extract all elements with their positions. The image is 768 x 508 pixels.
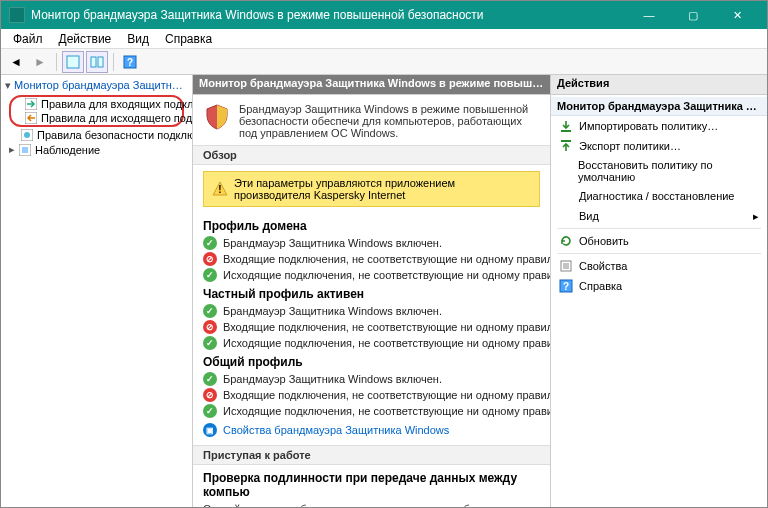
inbound-icon bbox=[25, 98, 37, 110]
minimize-button[interactable]: — bbox=[627, 1, 671, 29]
action-properties[interactable]: Свойства bbox=[551, 256, 767, 276]
tree-outbound-label: Правила для исходящего подключения bbox=[41, 112, 193, 124]
action-import-policy[interactable]: Импортировать политику… bbox=[551, 116, 767, 136]
help-icon: ? bbox=[559, 279, 573, 293]
check-icon: ✓ bbox=[203, 268, 217, 282]
tree-root[interactable]: Монитор брандмауэра Защитника Windows в bbox=[3, 77, 190, 94]
forward-button[interactable]: ► bbox=[29, 51, 51, 73]
block-icon: ⊘ bbox=[203, 320, 217, 334]
link-icon: ▣ bbox=[203, 423, 217, 437]
svg-rect-12 bbox=[561, 130, 571, 132]
tree-monitor-label: Наблюдение bbox=[35, 144, 100, 156]
close-button[interactable]: ✕ bbox=[715, 1, 759, 29]
banner-text: Эти параметры управляются приложением пр… bbox=[234, 177, 531, 201]
center-panel: Монитор брандмауэра Защитника Windows в … bbox=[193, 75, 551, 507]
svg-rect-10 bbox=[22, 147, 28, 153]
window-title: Монитор брандмауэра Защитника Windows в … bbox=[31, 8, 627, 22]
tree-panel: Монитор брандмауэра Защитника Windows в … bbox=[1, 75, 193, 507]
check-icon: ✓ bbox=[203, 236, 217, 250]
auth-paragraph: Создайте правила безопасности подключени… bbox=[193, 501, 550, 507]
tree-inbound-rules[interactable]: Правила для входящих подключений bbox=[13, 97, 180, 111]
public-profile-heading: Общий профиль bbox=[193, 351, 550, 371]
menu-help[interactable]: Справка bbox=[157, 30, 220, 48]
tree-inbound-label: Правила для входящих подключений bbox=[41, 98, 193, 110]
menu-bar: Файл Действие Вид Справка bbox=[1, 29, 767, 49]
check-icon: ✓ bbox=[203, 336, 217, 350]
svg-rect-2 bbox=[98, 57, 103, 67]
center-header: Монитор брандмауэра Защитника Windows в … bbox=[193, 75, 550, 95]
action-restore-default[interactable]: Восстановить политику по умолчанию bbox=[551, 156, 767, 186]
tree-connection-security[interactable]: Правила безопасности подключений bbox=[3, 128, 190, 142]
svg-rect-0 bbox=[67, 56, 79, 68]
toolbar-btn-1[interactable] bbox=[62, 51, 84, 73]
svg-text:!: ! bbox=[218, 184, 221, 195]
import-icon bbox=[559, 119, 573, 133]
window-titlebar: Монитор брандмауэра Защитника Windows в … bbox=[1, 1, 767, 29]
toolbar-btn-2[interactable] bbox=[86, 51, 108, 73]
domain-profile-heading: Профиль домена bbox=[193, 215, 550, 235]
toolbar: ◄ ► ? bbox=[1, 49, 767, 75]
outbound-icon bbox=[25, 112, 37, 124]
check-icon: ✓ bbox=[203, 404, 217, 418]
svg-text:?: ? bbox=[127, 57, 133, 68]
check-icon: ✓ bbox=[203, 304, 217, 318]
menu-action[interactable]: Действие bbox=[51, 30, 120, 48]
warning-icon: ! bbox=[212, 181, 228, 197]
private-profile-heading: Частный профиль активен bbox=[193, 283, 550, 303]
intro-text: Брандмауэр Защитника Windows в режиме по… bbox=[239, 103, 540, 139]
maximize-button[interactable]: ▢ bbox=[671, 1, 715, 29]
action-view[interactable]: Вид▸ bbox=[551, 206, 767, 226]
firewall-properties-link[interactable]: ▣ Свойства брандмауэра Защитника Windows bbox=[193, 419, 550, 445]
svg-text:?: ? bbox=[563, 281, 569, 292]
block-icon: ⊘ bbox=[203, 252, 217, 266]
svg-rect-1 bbox=[91, 57, 96, 67]
actions-header: Действия bbox=[551, 75, 767, 95]
overview-heading: Обзор bbox=[193, 145, 550, 165]
export-icon bbox=[559, 139, 573, 153]
action-export-policy[interactable]: Экспорт политики… bbox=[551, 136, 767, 156]
consec-icon bbox=[21, 129, 33, 141]
refresh-icon bbox=[559, 234, 573, 248]
kaspersky-banner: ! Эти параметры управляются приложением … bbox=[203, 171, 540, 207]
back-button[interactable]: ◄ bbox=[5, 51, 27, 73]
highlighted-rules: Правила для входящих подключений Правила… bbox=[9, 95, 184, 127]
auth-heading: Проверка подлинности при передаче данных… bbox=[193, 465, 550, 501]
block-icon: ⊘ bbox=[203, 388, 217, 402]
menu-view[interactable]: Вид bbox=[119, 30, 157, 48]
menu-file[interactable]: Файл bbox=[5, 30, 51, 48]
svg-rect-13 bbox=[561, 140, 571, 142]
tree-monitoring[interactable]: ▸ Наблюдение bbox=[3, 142, 190, 157]
svg-point-8 bbox=[24, 132, 30, 138]
properties-icon bbox=[559, 259, 573, 273]
app-icon bbox=[9, 7, 25, 23]
tree-consec-label: Правила безопасности подключений bbox=[37, 129, 193, 141]
actions-panel: Действия Монитор брандмауэра Защитника W… bbox=[551, 75, 767, 507]
chevron-right-icon: ▸ bbox=[753, 210, 759, 223]
shield-icon bbox=[203, 103, 231, 131]
help-button[interactable]: ? bbox=[119, 51, 141, 73]
actions-group-title: Монитор брандмауэра Защитника Windows в … bbox=[551, 97, 767, 116]
action-help[interactable]: ?Справка bbox=[551, 276, 767, 296]
check-icon: ✓ bbox=[203, 372, 217, 386]
tree-outbound-rules[interactable]: Правила для исходящего подключения bbox=[13, 111, 180, 125]
action-diagnostics[interactable]: Диагностика / восстановление bbox=[551, 186, 767, 206]
monitor-icon bbox=[19, 144, 31, 156]
getting-started-heading: Приступая к работе bbox=[193, 445, 550, 465]
action-refresh[interactable]: Обновить bbox=[551, 231, 767, 251]
